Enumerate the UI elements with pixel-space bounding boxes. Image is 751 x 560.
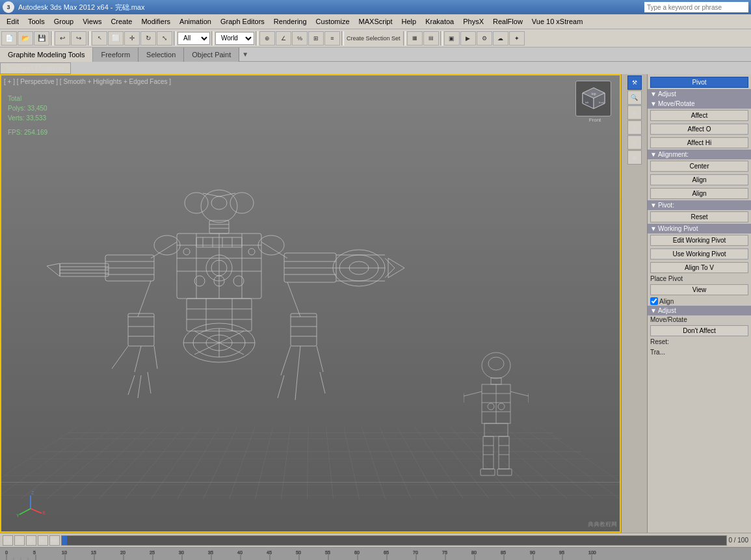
menu-rendering[interactable]: Rendering (270, 16, 311, 27)
search-input[interactable] (644, 2, 748, 12)
section-alignment[interactable]: ▼ Alignment: (648, 150, 751, 159)
section-adjust[interactable]: ▼ Adjust (648, 89, 751, 99)
redo-btn[interactable]: ↪ (71, 31, 86, 46)
svg-rect-53 (284, 253, 336, 282)
svg-text:10: 10 (62, 550, 67, 555)
timeline-start-btn[interactable]: |◀ (3, 535, 13, 546)
menu-grapheditors[interactable]: Graph Editors (217, 16, 269, 27)
svg-point-75 (248, 248, 255, 255)
snap-btn[interactable]: ⊕ (259, 31, 275, 46)
sep2 (88, 31, 90, 46)
menu-modifiers[interactable]: Modifiers (137, 16, 174, 27)
svg-line-64 (385, 258, 395, 268)
new-btn[interactable]: 📄 (1, 31, 17, 46)
align2-button[interactable]: Align (650, 188, 748, 199)
align1-button[interactable]: Align (650, 174, 748, 185)
pivot-button[interactable]: Pivot (650, 77, 748, 88)
menu-realflow[interactable]: RealFlow (489, 16, 527, 27)
tab-selection[interactable]: Selection (138, 47, 184, 62)
menu-group[interactable]: Group (50, 16, 78, 27)
menu-edit[interactable]: Edit (3, 16, 23, 27)
timeline-slider-handle[interactable] (62, 536, 67, 545)
nav-cube[interactable]: top left front Front (575, 81, 614, 120)
timeline-prev-btn[interactable]: ◀ (14, 535, 25, 546)
svg-line-65 (385, 268, 395, 278)
region-btn[interactable]: ⬜ (108, 31, 124, 46)
menu-animation[interactable]: Animation (176, 16, 215, 27)
dont-affect-btn[interactable]: Don't Affect (650, 325, 748, 336)
align-btn[interactable]: ≡ (324, 31, 340, 46)
affect-button[interactable]: Affect (650, 110, 748, 121)
envfx-btn[interactable]: ☁ (493, 31, 508, 46)
world-dropdown[interactable]: World (215, 32, 254, 45)
viewport[interactable]: [ + ] [ Perspective ] [ Smooth + Highlig… (0, 74, 621, 533)
panel-icon-6[interactable]: ◉ (627, 150, 642, 165)
section-move-rotate[interactable]: ▼ Move/Rotate (648, 99, 751, 109)
panel-icon-1[interactable]: ⚒ (627, 75, 642, 90)
mirror-btn[interactable]: ⊞ (308, 31, 324, 46)
rotate-btn[interactable]: ↻ (140, 31, 156, 46)
view-btn[interactable]: View (650, 284, 748, 295)
save-btn[interactable]: 💾 (34, 31, 49, 46)
timeline-play-btn[interactable]: ▶ (26, 535, 36, 546)
properties-panel: Pivot ▼ Adjust ▼ Move/Rotate Affect Affe… (647, 74, 751, 533)
undo-btn[interactable]: ↩ (55, 31, 70, 46)
svg-text:0: 0 (5, 550, 8, 555)
tab-freeform[interactable]: Freeform (93, 47, 138, 62)
render-btn[interactable]: ▣ (444, 31, 460, 46)
filter-dropdown[interactable]: All (178, 32, 210, 45)
tab-polygon-modeling[interactable]: Polygon Modeling (0, 62, 71, 74)
move-btn[interactable]: ✛ (124, 31, 140, 46)
timeline-end-btn[interactable]: ▶▶| (49, 535, 60, 546)
panel-icon-4[interactable]: ⊞ (627, 120, 642, 135)
menu-customize[interactable]: Customize (312, 16, 354, 27)
quickrender-btn[interactable]: ▶ (460, 31, 476, 46)
layers-btn[interactable]: ▦ (407, 31, 423, 46)
align-to-v-btn[interactable]: Align To V (650, 262, 748, 273)
panel-icon-2[interactable]: 🔍 (627, 90, 642, 105)
menu-views[interactable]: Views (79, 16, 105, 27)
tab-graphite[interactable]: Graphite Modeling Tools (0, 47, 93, 62)
timeline-next-btn[interactable]: ▶| (38, 535, 48, 546)
svg-line-97 (464, 392, 482, 396)
angle-btn[interactable]: ∠ (276, 31, 291, 46)
menu-vue[interactable]: Vue 10 xStream (528, 16, 586, 27)
section-wp-label: Working Pivot (658, 225, 698, 232)
pct-btn[interactable]: % (292, 31, 308, 46)
menu-tools[interactable]: Tools (24, 16, 49, 27)
objectpaint-arrow[interactable]: ▼ (242, 51, 248, 58)
section-adjust2[interactable]: ▼ Adjust (648, 306, 751, 315)
use-working-btn[interactable]: Use Working Pivot (650, 248, 748, 260)
panel-icon-5[interactable]: ≡ (627, 135, 642, 150)
open-btn[interactable]: 📂 (18, 31, 33, 46)
select-btn[interactable]: ↖ (92, 31, 107, 46)
reset-button[interactable]: Reset (650, 211, 748, 222)
affect-hi-button[interactable]: Affect Hi (650, 137, 748, 148)
scale-btn[interactable]: ⤡ (157, 31, 172, 46)
align-checkbox-label: Align (659, 298, 674, 305)
timeline-slider[interactable] (61, 535, 727, 546)
svg-point-19 (194, 276, 205, 286)
section-working-pivot[interactable]: ▼ Working Pivot (648, 224, 751, 233)
svg-text:75: 75 (442, 550, 447, 555)
center-button[interactable]: Center (650, 161, 748, 172)
selection-set-label: Create Selection Set (345, 35, 402, 42)
section-adjust-label: Adjust (658, 90, 676, 98)
menu-physx[interactable]: PhysX (459, 16, 488, 27)
tab-objectpaint[interactable]: Object Paint (184, 47, 239, 62)
svg-text:95: 95 (559, 550, 564, 555)
svg-text:100: 100 (588, 550, 596, 555)
renderfx-btn[interactable]: ✦ (509, 31, 525, 46)
rendersetup-btn[interactable]: ⚙ (477, 31, 492, 46)
edit-working-btn[interactable]: Edit Working Pivot (650, 235, 748, 246)
menu-create[interactable]: Create (107, 16, 136, 27)
menu-krakatoa[interactable]: Krakatoa (421, 16, 458, 27)
ribbon-btn[interactable]: ▤ (423, 31, 439, 46)
section-pivot[interactable]: ▼ Pivot: (648, 200, 751, 210)
menu-help[interactable]: Help (398, 16, 421, 27)
align-checkbox[interactable] (650, 297, 658, 305)
fps-value: 254.169 (24, 129, 47, 136)
affect-o-button[interactable]: Affect O (650, 124, 748, 135)
menu-maxscript[interactable]: MAXScript (355, 16, 397, 27)
panel-icon-3[interactable]: ◈ (627, 105, 642, 120)
